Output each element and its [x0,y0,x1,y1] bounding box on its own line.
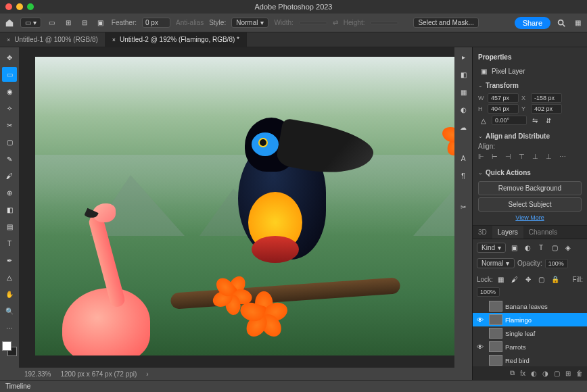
tab-3d[interactable]: 3D [473,226,492,239]
layer-row[interactable]: 👁Parrots [473,340,587,353]
opacity-value[interactable]: 100% [545,259,568,268]
angle-value[interactable]: 0.00° [492,116,527,125]
color-swatches[interactable] [2,341,17,356]
lock-position-icon[interactable]: ✥ [523,274,534,285]
new-layer-icon[interactable]: ⊞ [565,370,571,377]
brush-tool[interactable]: 🖌 [2,168,17,183]
filter-shape-icon[interactable]: ▢ [549,242,560,253]
panel-icon-1[interactable]: ▸ [458,51,469,62]
new-selection-icon[interactable]: ▭ [47,18,57,28]
adjustment-layer-icon[interactable]: ◑ [542,370,548,377]
hand-tool[interactable]: ✋ [2,287,17,301]
workspace-icon[interactable]: ▦ [572,18,583,28]
align-center-v-icon[interactable]: ⊥ [532,153,542,162]
align-more-icon[interactable]: ⋯ [559,153,569,162]
layer-row[interactable]: Banana leaves [473,299,587,313]
flip-h-icon[interactable]: ⇋ [530,115,540,126]
home-icon[interactable] [4,18,15,28]
timeline-panel-tab[interactable]: Timeline [0,380,587,392]
filter-smart-icon[interactable]: ◈ [563,242,573,253]
layer-thumbnail[interactable] [489,314,502,325]
fill-value[interactable]: 100% [477,287,500,297]
color-panel-icon[interactable]: ◧ [458,69,469,80]
link-layers-icon[interactable]: ⧉ [510,369,515,377]
tab-layers[interactable]: Layers [492,226,523,239]
width-value[interactable]: 457 px [488,93,519,103]
zoom-tool[interactable]: 🔍 [2,303,17,318]
move-tool[interactable]: ✥ [2,50,17,65]
layer-thumbnail[interactable] [489,341,502,352]
paragraph-panel-icon[interactable]: ¶ [458,170,469,181]
remove-background-button[interactable]: Remove Background [478,181,582,195]
visibility-toggle[interactable]: 👁 [475,343,485,351]
zoom-level[interactable]: 192.33% [24,370,51,378]
wand-tool[interactable]: ✧ [2,101,17,116]
intersect-selection-icon[interactable]: ▣ [95,18,106,28]
gradient-tool[interactable]: ▤ [2,219,17,234]
marquee-tool-preset[interactable]: ▭ ▾ [20,18,41,28]
height-value[interactable]: 404 px [488,104,519,114]
filter-type-icon[interactable]: T [536,242,546,253]
layer-thumbnail[interactable] [489,355,502,366]
visibility-toggle[interactable]: 👁 [475,316,485,324]
align-center-h-icon[interactable]: ⊢ [492,153,501,162]
frame-tool[interactable]: ▢ [2,134,17,149]
align-bottom-icon[interactable]: ⊥ [546,153,555,162]
transform-section[interactable]: ⌄Transform [478,79,582,92]
flip-v-icon[interactable]: ⇵ [543,115,554,126]
type-panel-icon[interactable]: A [458,153,469,164]
style-select[interactable]: Normal ▾ [231,18,268,28]
document-tab-2[interactable]: ×Untitled-2 @ 192% (Flamingo, RGB/8) * [105,32,247,47]
y-value[interactable]: 402 px [531,104,562,114]
group-icon[interactable]: ▢ [554,370,560,377]
status-chevron[interactable]: › [146,370,148,378]
layer-thumbnail[interactable] [489,301,502,312]
swatches-panel-icon[interactable]: ▦ [458,87,469,97]
document-tab-1[interactable]: ×Untitled-1 @ 100% (RGB/8) [0,32,105,47]
align-top-icon[interactable]: ⊤ [519,153,528,162]
foreground-color[interactable] [2,341,11,351]
add-selection-icon[interactable]: ⊞ [63,18,74,28]
minimize-window[interactable] [16,3,23,10]
filter-adjust-icon[interactable]: ◐ [522,242,533,253]
layer-row[interactable]: Red bird [473,353,587,366]
shape-tool[interactable]: △ [2,270,17,285]
layer-kind-select[interactable]: Kind ▾ [477,243,506,253]
fx-icon[interactable]: fx [520,370,525,377]
type-tool[interactable]: T [2,236,17,251]
lock-pixels-icon[interactable]: 🖌 [509,274,520,285]
maximize-window[interactable] [27,3,34,10]
layer-row[interactable]: Single leaf [473,326,587,340]
pen-tool[interactable]: ✒ [2,253,17,268]
lock-transparency-icon[interactable]: ▦ [496,274,507,285]
layer-thumbnail[interactable] [489,328,502,339]
subtract-selection-icon[interactable]: ⊟ [79,18,90,28]
quick-actions-section[interactable]: ⌄Quick Actions [478,166,582,179]
lasso-tool[interactable]: ◉ [2,84,17,99]
search-icon[interactable] [556,18,567,28]
view-more-link[interactable]: View More [478,214,582,221]
align-left-icon[interactable]: ⊩ [478,153,488,162]
align-right-icon[interactable]: ⊣ [505,153,515,162]
marquee-tool[interactable]: ▭ [2,67,17,82]
select-subject-button[interactable]: Select Subject [478,197,582,212]
select-and-mask-button[interactable]: Select and Mask... [413,18,478,28]
libraries-panel-icon[interactable]: ☁ [458,122,469,132]
blend-mode-select[interactable]: Normal ▾ [477,258,515,268]
close-window[interactable] [5,3,12,10]
filter-pixel-icon[interactable]: ▣ [509,242,519,253]
align-section[interactable]: ⌄Align and Distribute [478,130,582,143]
tab-channels[interactable]: Channels [523,226,563,239]
eyedropper-tool[interactable]: ✎ [2,151,17,166]
more-tools[interactable]: ⋯ [2,320,17,335]
adjustments-panel-icon[interactable]: ◐ [458,104,469,115]
eraser-tool[interactable]: ◧ [2,202,17,217]
share-button[interactable]: Share [515,17,550,29]
layer-row[interactable]: 👁Flamingo [473,313,587,326]
scissors-icon[interactable]: ✂ [458,201,469,212]
lock-all-icon[interactable]: 🔒 [550,274,561,285]
feather-input[interactable]: 0 px [142,18,170,28]
delete-layer-icon[interactable]: 🗑 [576,370,583,377]
clone-tool[interactable]: ⊕ [2,185,17,200]
x-value[interactable]: -158 px [531,93,562,103]
